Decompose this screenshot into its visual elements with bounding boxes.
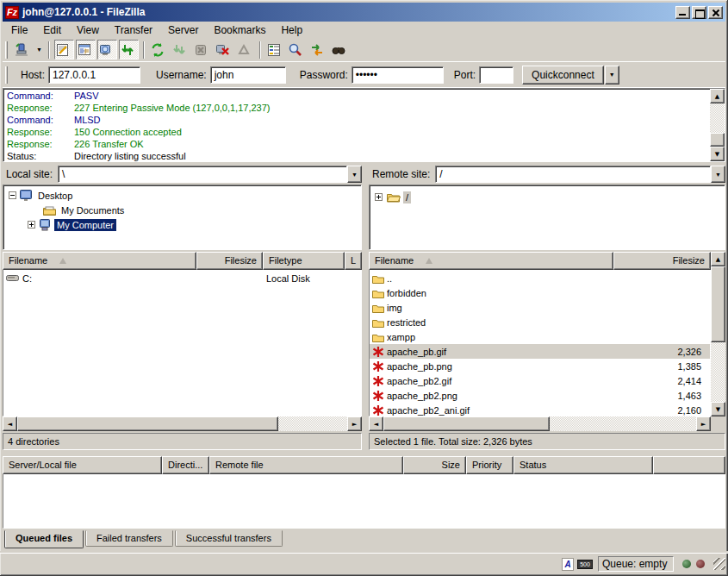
remote-file-row-selected[interactable]: apache_pb.gif2,326 xyxy=(370,344,710,359)
column-filename[interactable]: Filename xyxy=(369,252,613,270)
expand-icon[interactable] xyxy=(375,193,383,201)
menu-help[interactable]: Help xyxy=(273,22,310,38)
quickconnect-button[interactable]: Quickconnect xyxy=(522,66,604,85)
reconnect-button[interactable] xyxy=(235,40,255,59)
column-filesize[interactable]: Filesize xyxy=(196,252,263,270)
column-filesize[interactable]: Filesize xyxy=(613,252,711,270)
filter-button[interactable] xyxy=(265,40,285,59)
title-bar[interactable]: Fz john@127.0.0.1 - FileZilla xyxy=(3,3,725,22)
remote-file-row[interactable]: xampp xyxy=(370,329,710,344)
scroll-down-icon[interactable]: ▼ xyxy=(710,147,725,161)
close-button[interactable] xyxy=(708,6,723,19)
toggle-local-tree-button[interactable] xyxy=(76,40,96,59)
remote-file-row[interactable]: apache_pb.png1,385 xyxy=(370,359,710,373)
collapse-icon[interactable] xyxy=(9,191,16,199)
remote-site-combo[interactable]: / xyxy=(435,166,711,183)
remote-site-dropdown[interactable]: ▼ xyxy=(711,166,725,183)
scroll-up-icon[interactable]: ▲ xyxy=(710,89,725,103)
column-size[interactable]: Size xyxy=(403,456,466,474)
directory-comparison-button[interactable] xyxy=(287,40,307,59)
column-direction[interactable]: Directi... xyxy=(162,456,209,474)
toggle-log-view-button[interactable] xyxy=(54,40,74,59)
remote-list-scrollbar[interactable]: ▲ ▼ xyxy=(711,252,725,416)
column-status[interactable]: Status xyxy=(513,456,653,474)
tree-item-desktop[interactable]: Desktop xyxy=(9,188,361,203)
password-input[interactable]: •••••• xyxy=(352,66,444,84)
local-file-row[interactable]: C: Local Disk xyxy=(3,271,361,285)
column-last-modified[interactable]: L xyxy=(345,252,362,270)
remote-file-row[interactable]: .. xyxy=(370,271,710,285)
quickconnect-grip[interactable] xyxy=(5,66,8,84)
remote-tree[interactable]: / xyxy=(369,185,725,250)
expand-icon[interactable] xyxy=(28,221,35,229)
tab-successful-transfers[interactable]: Successful transfers xyxy=(175,530,283,547)
column-server-local-file[interactable]: Server/Local file xyxy=(3,456,162,474)
host-input[interactable]: 127.0.0.1 xyxy=(48,66,140,84)
remote-file-row[interactable]: forbidden xyxy=(370,285,710,300)
resize-grip[interactable] xyxy=(713,558,725,570)
tree-item-my-computer[interactable]: My Computer xyxy=(9,217,361,232)
tab-queued-files[interactable]: Queued files xyxy=(4,530,84,548)
scroll-down-icon[interactable]: ▼ xyxy=(711,402,725,416)
menu-transfer[interactable]: Transfer xyxy=(107,22,160,38)
scroll-left-icon[interactable]: ◄ xyxy=(369,416,383,431)
remote-file-row[interactable]: img xyxy=(370,300,710,315)
scroll-track[interactable] xyxy=(710,103,725,133)
process-queue-button[interactable] xyxy=(171,40,190,59)
remote-file-row[interactable]: apache_pb2_ani.gif2,160 xyxy=(370,403,710,416)
cancel-operation-button[interactable] xyxy=(192,40,212,59)
username-input[interactable]: john xyxy=(210,66,286,84)
transfer-type-icon[interactable]: A xyxy=(562,558,574,571)
column-filetype[interactable]: Filetype xyxy=(263,252,345,270)
scroll-track[interactable] xyxy=(711,342,725,402)
site-manager-dropdown[interactable]: ▼ xyxy=(34,41,45,59)
local-list-hscrollbar[interactable]: ◄ ► xyxy=(3,416,362,431)
menu-edit[interactable]: Edit xyxy=(35,22,69,38)
remote-file-list[interactable]: .. forbidden img restricted xampp apache… xyxy=(369,270,711,416)
remote-file-row[interactable]: apache_pb2.png1,463 xyxy=(370,388,710,403)
speed-limit-icon[interactable]: 500 xyxy=(577,560,593,569)
scroll-thumb[interactable] xyxy=(711,266,725,342)
local-site-dropdown[interactable]: ▼ xyxy=(347,166,362,183)
refresh-button[interactable] xyxy=(149,40,169,59)
menu-view[interactable]: View xyxy=(69,22,107,38)
tree-item-root[interactable]: / xyxy=(375,190,725,204)
scroll-right-icon[interactable]: ► xyxy=(696,416,711,431)
column-remote-file[interactable]: Remote file xyxy=(209,456,403,474)
tree-item-my-documents[interactable]: My Documents xyxy=(9,203,361,217)
site-manager-button[interactable] xyxy=(13,40,33,59)
log-scrollbar[interactable]: ▲ ▼ xyxy=(710,89,725,161)
menu-file[interactable]: File xyxy=(3,22,35,38)
disconnect-button[interactable] xyxy=(214,40,233,59)
menu-bookmarks[interactable]: Bookmarks xyxy=(206,22,273,38)
tab-failed-transfers[interactable]: Failed transfers xyxy=(85,530,173,547)
message-log[interactable]: Command:PASV Response:227 Entering Passi… xyxy=(3,88,725,162)
maximize-button[interactable] xyxy=(692,6,706,19)
quickconnect-dropdown[interactable]: ▼ xyxy=(605,66,619,85)
port-input[interactable] xyxy=(479,66,513,84)
scroll-right-icon[interactable]: ► xyxy=(347,416,362,431)
local-file-list[interactable]: C: Local Disk xyxy=(3,270,362,416)
synchronized-browsing-button[interactable] xyxy=(308,40,328,59)
remote-list-hscrollbar[interactable]: ◄ ► xyxy=(369,416,711,431)
scroll-track[interactable] xyxy=(550,416,696,431)
queue-list[interactable] xyxy=(3,474,725,529)
menu-server[interactable]: Server xyxy=(160,22,206,38)
remote-file-row[interactable]: apache_pb2.gif2,414 xyxy=(370,373,710,388)
toolbar-grip[interactable] xyxy=(5,41,8,59)
toggle-queue-button[interactable] xyxy=(119,40,139,59)
minimize-button[interactable] xyxy=(675,6,690,19)
column-filename[interactable]: Filename xyxy=(3,252,196,270)
remote-file-row[interactable]: restricted xyxy=(370,315,710,329)
find-files-button[interactable] xyxy=(330,40,350,59)
scroll-thumb[interactable] xyxy=(710,133,725,147)
scroll-left-icon[interactable]: ◄ xyxy=(3,416,17,431)
toggle-remote-tree-button[interactable] xyxy=(97,40,117,59)
scroll-track[interactable] xyxy=(278,416,347,431)
column-priority[interactable]: Priority xyxy=(466,456,513,474)
local-site-combo[interactable]: \ xyxy=(58,166,347,183)
scroll-thumb[interactable] xyxy=(383,416,550,431)
scroll-thumb[interactable] xyxy=(17,416,278,431)
local-tree[interactable]: Desktop My Documents My Computer xyxy=(3,185,362,250)
scroll-up-icon[interactable]: ▲ xyxy=(711,252,725,266)
